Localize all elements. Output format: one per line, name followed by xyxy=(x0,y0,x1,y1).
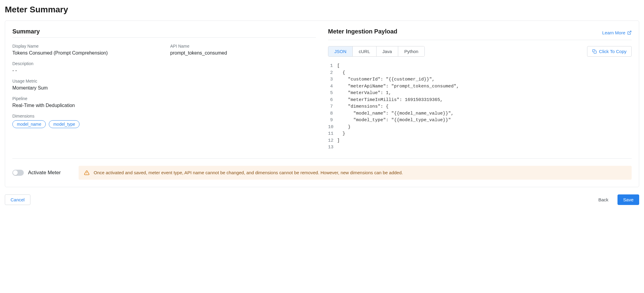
tab-json[interactable]: JSON xyxy=(328,46,353,56)
field-usage-metric: Usage Metric Momentary Sum xyxy=(12,79,316,91)
description-value: - - xyxy=(12,68,316,73)
line-number: 5 xyxy=(328,90,337,97)
code-line: 6 "meterTimeInMillis": 1691503319365, xyxy=(328,97,632,104)
api-name-label: API Name xyxy=(170,44,316,49)
pipeline-label: Pipeline xyxy=(12,96,316,101)
line-number: 6 xyxy=(328,97,337,104)
line-content: "model_name": "{{model_name_value}}", xyxy=(337,110,632,117)
tab-python[interactable]: Python xyxy=(398,46,424,56)
line-content: "meterApiName": "prompt_tokens_consumed"… xyxy=(337,83,632,90)
tab-curl[interactable]: cURL xyxy=(353,46,377,56)
line-content: "dimensions": { xyxy=(337,103,632,110)
line-number: 2 xyxy=(328,70,337,77)
dimension-chip: model_type xyxy=(49,120,80,128)
line-content: "meterValue": 1, xyxy=(337,90,632,97)
cancel-button[interactable]: Cancel xyxy=(5,194,30,205)
payload-column: Meter Ingestion Payload Learn More JSONc… xyxy=(328,28,632,151)
line-content: { xyxy=(337,70,632,77)
external-link-icon xyxy=(627,30,632,35)
summary-heading: Summary xyxy=(12,28,316,35)
line-content: "customerId": "{{customer_id}}", xyxy=(337,76,632,83)
warning-text: Once activated and saved, meter event ty… xyxy=(94,170,403,175)
usage-metric-value: Momentary Sum xyxy=(12,85,316,91)
field-description: Description - - xyxy=(12,61,316,73)
warning-icon xyxy=(84,170,89,175)
line-number: 1 xyxy=(328,63,337,70)
description-label: Description xyxy=(12,61,316,66)
dimensions-chips: model_namemodel_type xyxy=(12,120,316,128)
divider xyxy=(12,37,316,38)
code-block: 1[2 {3 "customerId": "{{customer_id}}",4… xyxy=(328,63,632,151)
svg-line-0 xyxy=(629,31,631,33)
line-number: 4 xyxy=(328,83,337,90)
line-content: "meterTimeInMillis": 1691503319365, xyxy=(337,97,632,104)
line-content: "model_type": "{{model_type_value}}" xyxy=(337,117,632,124)
line-content xyxy=(337,144,632,151)
code-line: 10 } xyxy=(328,124,632,131)
field-pipeline: Pipeline Real-Time with Deduplication xyxy=(12,96,316,108)
save-button[interactable]: Save xyxy=(617,194,639,205)
activate-warning: Once activated and saved, meter event ty… xyxy=(79,166,632,180)
field-dimensions: Dimensions model_namemodel_type xyxy=(12,114,316,128)
line-content: ] xyxy=(337,137,632,144)
back-button[interactable]: Back xyxy=(593,195,614,205)
code-line: 11 } xyxy=(328,131,632,137)
payload-heading: Meter Ingestion Payload xyxy=(328,28,397,35)
dimension-chip: model_name xyxy=(12,120,46,128)
line-number: 10 xyxy=(328,124,337,131)
tab-java[interactable]: Java xyxy=(377,46,399,56)
footer: Cancel Back Save xyxy=(5,194,639,205)
summary-card: Summary Display Name Tokens Consumed (Pr… xyxy=(5,20,639,187)
line-content: [ xyxy=(337,63,632,70)
learn-more-link[interactable]: Learn More xyxy=(602,30,632,35)
payload-tabs: JSONcURLJavaPython xyxy=(328,46,425,57)
code-line: 9 "model_type": "{{model_type_value}}" xyxy=(328,117,632,124)
activate-section: Activate Meter Once activated and saved,… xyxy=(12,158,632,180)
line-number: 11 xyxy=(328,131,337,137)
field-api-name: API Name prompt_tokens_consumed xyxy=(170,44,316,56)
code-line: 7 "dimensions": { xyxy=(328,103,632,110)
svg-rect-1 xyxy=(594,51,596,53)
code-line: 4 "meterApiName": "prompt_tokens_consume… xyxy=(328,83,632,90)
line-number: 3 xyxy=(328,76,337,83)
learn-more-label: Learn More xyxy=(602,30,625,35)
line-content: } xyxy=(337,124,632,131)
dimensions-label: Dimensions xyxy=(12,114,316,118)
divider xyxy=(328,40,632,40)
code-line: 2 { xyxy=(328,70,632,77)
activate-label: Activate Meter xyxy=(28,170,61,176)
line-number: 9 xyxy=(328,117,337,124)
line-number: 7 xyxy=(328,103,337,110)
activate-toggle[interactable] xyxy=(12,170,24,176)
line-number: 8 xyxy=(328,110,337,117)
line-content: } xyxy=(337,131,632,137)
usage-metric-label: Usage Metric xyxy=(12,79,316,83)
line-number: 12 xyxy=(328,137,337,144)
copy-button[interactable]: Click To Copy xyxy=(587,46,632,57)
summary-column: Summary Display Name Tokens Consumed (Pr… xyxy=(12,28,316,151)
pipeline-value: Real-Time with Deduplication xyxy=(12,103,316,108)
field-display-name: Display Name Tokens Consumed (Prompt Com… xyxy=(12,44,158,56)
copy-label: Click To Copy xyxy=(599,49,627,54)
code-line: 12] xyxy=(328,137,632,144)
code-line: 5 "meterValue": 1, xyxy=(328,90,632,97)
toggle-knob xyxy=(13,170,18,175)
code-line: 1[ xyxy=(328,63,632,70)
api-name-value: prompt_tokens_consumed xyxy=(170,50,316,56)
line-number: 13 xyxy=(328,144,337,151)
code-line: 3 "customerId": "{{customer_id}}", xyxy=(328,76,632,83)
page-title: Meter Summary xyxy=(5,5,639,14)
code-line: 13 xyxy=(328,144,632,151)
display-name-value: Tokens Consumed (Prompt Comprehension) xyxy=(12,50,158,56)
display-name-label: Display Name xyxy=(12,44,158,49)
copy-icon xyxy=(592,49,597,54)
code-line: 8 "model_name": "{{model_name_value}}", xyxy=(328,110,632,117)
